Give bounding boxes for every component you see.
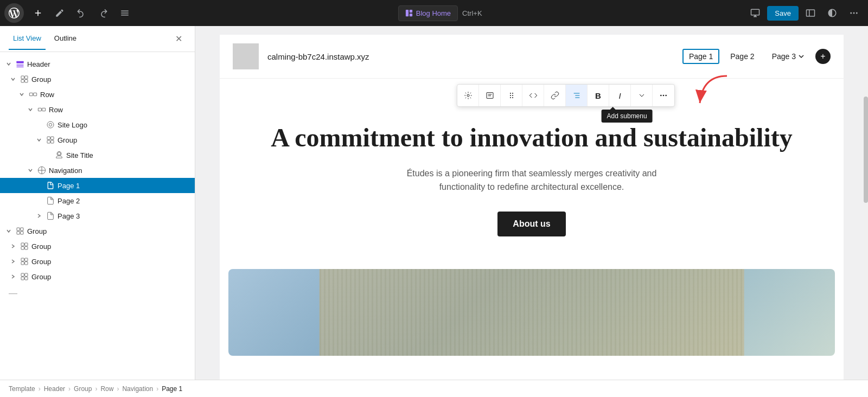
svg-rect-12 (25, 80, 28, 82)
options-button[interactable] (844, 3, 864, 23)
svg-point-42 (467, 94, 469, 97)
chevron-group-3 (4, 227, 13, 235)
svg-point-57 (665, 95, 667, 97)
tree-item-page-1[interactable]: Page 1 (0, 178, 195, 193)
list-view-button[interactable] (115, 3, 135, 23)
breadcrumb-header[interactable]: Header (44, 385, 65, 393)
list-icon (120, 8, 130, 18)
tools-button[interactable] (50, 3, 69, 23)
breadcrumb-sep-4: › (117, 385, 119, 393)
pencil-icon (55, 8, 65, 18)
chevron-row-1 (17, 90, 26, 99)
svg-rect-11 (21, 80, 24, 82)
image-strip (228, 269, 835, 356)
group-icon-2 (46, 135, 55, 145)
breadcrumb-page-1[interactable]: Page 1 (162, 385, 182, 393)
code-icon (529, 91, 538, 100)
floating-toolbar: B I (457, 84, 675, 107)
nav-item-page-1[interactable]: Page 1 (682, 49, 719, 64)
svg-rect-6 (16, 61, 23, 63)
tab-outline[interactable]: Outline (50, 28, 81, 50)
svg-rect-39 (25, 273, 28, 276)
tree-item-group-5[interactable]: Group (0, 254, 195, 269)
toolbar-settings-button[interactable] (457, 85, 479, 106)
svg-rect-43 (487, 93, 493, 99)
toolbar-submenu-button[interactable] (566, 85, 588, 106)
sidebar-close-button[interactable]: ✕ (171, 31, 186, 47)
tree-item-page-3[interactable]: Page 3 (0, 208, 195, 223)
tab-list-view[interactable]: List View (9, 28, 46, 50)
tree-item-navigation[interactable]: Navigation (0, 163, 195, 178)
svg-rect-38 (21, 273, 24, 276)
tree-item-group-2[interactable]: Group (0, 132, 195, 148)
wp-logo[interactable] (4, 3, 24, 23)
tree-item-row-2[interactable]: Row (0, 102, 195, 117)
tree-item-page-2[interactable]: Page 2 (0, 193, 195, 208)
svg-rect-16 (42, 108, 46, 111)
svg-rect-36 (21, 262, 24, 265)
tree-label-site-title: Site Title (66, 151, 93, 159)
add-block-button[interactable] (28, 3, 48, 23)
sidebar-header: List View Outline ✕ (0, 26, 195, 52)
redo-button[interactable] (93, 3, 113, 23)
add-submenu-tooltip: Add submenu (602, 110, 653, 123)
preview-button[interactable] (745, 3, 765, 23)
breadcrumb-navigation[interactable]: Navigation (122, 385, 153, 393)
toolbar-drag-button[interactable] (501, 85, 522, 106)
breadcrumb-sep-2: › (68, 385, 71, 393)
top-bar-right: Save (745, 3, 864, 23)
hero-cta-button[interactable]: About us (497, 212, 565, 236)
toolbar-code-button[interactable] (522, 85, 544, 106)
toolbar-link-button[interactable] (544, 85, 566, 106)
tree-label-group-6: Group (31, 273, 51, 281)
toolbar-more-button[interactable] (631, 85, 653, 106)
scrollbar-thumb[interactable] (864, 97, 868, 203)
toggle-sidebar-button[interactable] (801, 3, 820, 23)
breadcrumb-template[interactable]: Template (9, 385, 35, 393)
tree-label-site-logo: Site Logo (58, 121, 87, 129)
contrast-button[interactable] (822, 3, 842, 23)
svg-point-3 (850, 12, 852, 14)
svg-rect-7 (16, 65, 23, 65)
monitor-icon (750, 8, 760, 18)
page-1-icon (46, 181, 55, 190)
header-block-icon (15, 59, 25, 69)
hero-section: A commitment to innovation and sustainab… (220, 79, 844, 269)
toolbar-options-button[interactable] (653, 85, 674, 106)
tree-item-row-1[interactable]: Row (0, 87, 195, 102)
svg-rect-13 (29, 93, 33, 95)
svg-rect-32 (21, 247, 24, 249)
svg-rect-40 (21, 277, 24, 280)
undo-button[interactable] (72, 3, 91, 23)
text-icon (486, 91, 494, 100)
nav-item-page-3[interactable]: Page 3 (765, 49, 811, 64)
svg-rect-15 (38, 108, 41, 111)
save-button[interactable]: Save (767, 6, 799, 21)
blog-home-label: Blog Home (416, 9, 451, 17)
tree-item-group-3[interactable]: Group (0, 223, 195, 239)
toolbar-bold-button[interactable]: B (588, 85, 609, 106)
sidebar: List View Outline ✕ Header (0, 26, 195, 397)
nav-item-page-2[interactable]: Page 2 (724, 49, 761, 64)
tree-item-header[interactable]: Header (0, 56, 195, 72)
site-title-icon (54, 150, 64, 160)
wp-logo-icon (9, 8, 20, 18)
blog-home-button[interactable]: Blog Home (398, 5, 458, 21)
group-icon-3 (15, 226, 25, 236)
tree-label-group-3: Group (27, 227, 47, 235)
site-header: calming-bb7c24.instawp.xyz Page 1 Page 2… (220, 35, 844, 79)
tree-item-group-6[interactable]: Group (0, 269, 195, 284)
layout-icon (405, 9, 413, 17)
tree-item-group-1[interactable]: Group (0, 72, 195, 87)
toolbar-italic-button[interactable]: I (609, 85, 631, 106)
breadcrumb-group[interactable]: Group (74, 385, 92, 393)
svg-rect-27 (21, 228, 23, 230)
breadcrumb-row[interactable]: Row (100, 385, 113, 393)
svg-point-46 (510, 93, 511, 94)
tree-item-site-logo[interactable]: Site Logo (0, 117, 195, 132)
nav-add-button[interactable]: + (815, 49, 831, 64)
tree-item-site-title[interactable]: Site Title (0, 148, 195, 163)
toolbar-text-button[interactable] (479, 85, 501, 106)
tree-item-group-4[interactable]: Group (0, 239, 195, 254)
shortcut-text: Ctrl+K (462, 9, 482, 17)
